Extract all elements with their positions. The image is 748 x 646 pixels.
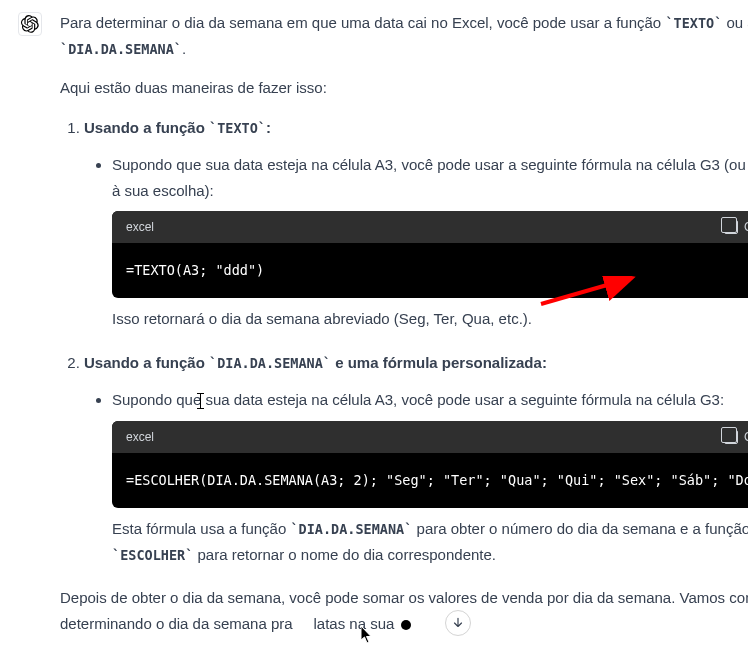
inline-code-diadasemana: DIA.DA.SEMANA [68,41,174,57]
method-1: Usando a função `TEXTO`: Supondo que sua… [84,115,748,332]
message-content: Para determinar o dia da semana em que u… [60,10,748,636]
assistant-message: Para determinar o dia da semana em que u… [0,0,748,646]
method-2-bullet-text: Supondo que sua data esteja na célula A3… [112,391,724,408]
inline-code-escolher: ESCOLHER [120,547,185,563]
method-1-bullet-1: Supondo que sua data esteja na célula A3… [112,152,748,332]
scroll-to-bottom-button[interactable] [445,610,471,636]
code-body-2[interactable]: =ESCOLHER(DIA.DA.SEMANA(A3; 2); "Seg"; "… [112,453,748,508]
methods-list: Usando a função `TEXTO`: Supondo que sua… [60,115,748,568]
copy-icon [724,430,738,444]
method-1-bullet-text: Supondo que sua data esteja na célula A3… [112,156,748,199]
code-block-2: excel Copiar código =ESCOLHER(DIA.DA.SEM… [112,421,748,508]
code-block-1: excel Copiar código =TEXTO(A3; "ddd") [112,211,748,298]
method-1-title-suffix: : [266,119,271,136]
method-2-bullets: Supondo que sua data esteja na célula A3… [84,387,748,567]
copy-code-button-2[interactable]: Copiar código [724,430,748,444]
method-1-bullets: Supondo que sua data esteja na célula A3… [84,152,748,332]
copy-code-button-1[interactable]: Copiar código [724,220,748,234]
lead-paragraph: Aqui estão duas maneiras de fazer isso: [60,75,748,101]
typing-indicator-icon [401,620,411,630]
openai-logo-icon [21,15,39,33]
code-header-2: excel Copiar código [112,421,748,453]
code-lang-2: excel [126,427,154,447]
intro-paragraph: Para determinar o dia da semana em que u… [60,10,748,61]
copy-icon [724,220,738,234]
method-2: Usando a função `DIA.DA.SEMANA` e uma fó… [84,350,748,567]
method-1-code: TEXTO [217,120,258,136]
code-lang-1: excel [126,217,154,237]
method-2-bullet-1: Supondo que sua data esteja na célula A3… [112,387,748,567]
copy-code-label-1: Copiar código [744,220,748,234]
inline-code-diadasemana-2: DIA.DA.SEMANA [299,521,405,537]
method-2-code: DIA.DA.SEMANA [217,355,323,371]
code-scroll-2[interactable]: =ESCOLHER(DIA.DA.SEMANA(A3; 2); "Seg"; "… [112,453,748,508]
closing-paragraph: Depois de obter o dia da semana, você po… [60,585,748,636]
method-2-title-suffix: e uma fórmula personalizada: [331,354,547,371]
code-body-1[interactable]: =TEXTO(A3; "ddd") [112,243,748,298]
assistant-avatar [18,12,42,36]
method-1-title-prefix: Usando a função [84,119,209,136]
method-1-note: Isso retornará o dia da semana abreviado… [112,306,748,332]
arrow-down-icon [451,616,465,630]
inline-code-texto: TEXTO [674,15,715,31]
method-2-note: Esta fórmula usa a função `DIA.DA.SEMANA… [112,516,748,567]
code-header-1: excel Copiar código [112,211,748,243]
method-2-title-prefix: Usando a função [84,354,209,371]
copy-code-label-2: Copiar código [744,430,748,444]
